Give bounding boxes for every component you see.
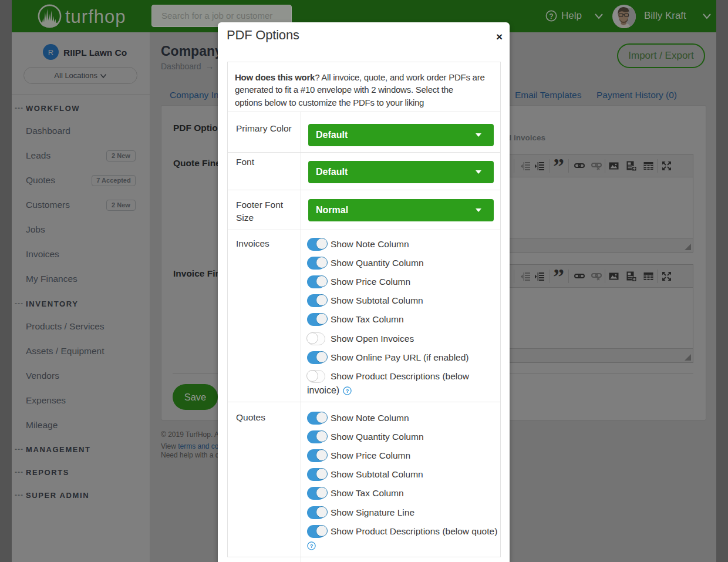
svg-text:?: ? [310, 544, 314, 550]
svg-text:R: R [48, 48, 53, 57]
svg-text:?: ? [345, 389, 349, 395]
svg-text:?: ? [549, 12, 553, 21]
